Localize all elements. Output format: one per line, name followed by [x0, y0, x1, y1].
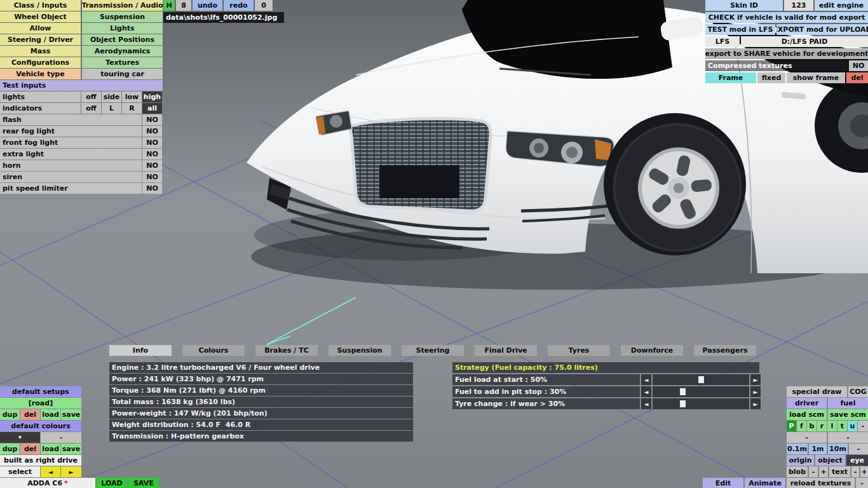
draw-flag-P[interactable]: P — [787, 421, 796, 431]
colour-dash-button[interactable]: - — [41, 432, 81, 443]
origin-button[interactable]: origin — [787, 455, 814, 466]
export-mod-button[interactable]: EXPORT mod for UPLOAD — [776, 24, 868, 35]
colour-dup-button[interactable]: dup — [0, 444, 20, 454]
draw-flag-f[interactable]: f — [797, 421, 806, 431]
skin-id-button[interactable]: Skin ID — [705, 0, 783, 11]
tyre-change-dec-button[interactable]: ◄ — [641, 398, 651, 409]
menu-mass[interactable]: Mass — [0, 46, 81, 57]
blob-plus-button[interactable]: + — [819, 466, 828, 477]
indicators-all-button[interactable]: all — [142, 103, 162, 114]
colour-load-button[interactable]: load — [41, 444, 60, 454]
cog-button[interactable]: COG — [848, 386, 868, 397]
select-button[interactable]: select — [0, 466, 40, 477]
flash-toggle[interactable]: NO — [142, 114, 162, 125]
menu-class-inputs[interactable]: Class / Inputs — [0, 0, 81, 11]
draw-flag-b[interactable]: b — [807, 421, 817, 431]
draw-flag-u[interactable]: u — [848, 421, 857, 431]
fuel-start-slider[interactable] — [653, 374, 749, 385]
colour-dot-button[interactable]: • — [0, 432, 40, 443]
scale-dash-button[interactable]: - — [849, 444, 868, 454]
scale-10m-button[interactable]: 10m — [828, 444, 848, 454]
lights-off-button[interactable]: off — [81, 92, 101, 102]
colour-del-button[interactable]: del — [20, 444, 40, 454]
frame-button[interactable]: Frame — [705, 72, 756, 83]
tab-info[interactable]: Info — [109, 345, 172, 356]
fuel-pit-slider[interactable] — [653, 386, 749, 397]
lfs-button[interactable]: LFS — [705, 36, 740, 47]
setup-name-button[interactable]: [road] — [0, 398, 81, 409]
fuel-start-dec-button[interactable]: ◄ — [641, 374, 651, 385]
edit-mode-button[interactable]: Edit — [703, 478, 743, 488]
tab-tyres[interactable]: Tyres — [548, 345, 610, 356]
animate-mode-button[interactable]: Animate — [745, 478, 785, 488]
tab-passengers[interactable]: Passengers — [694, 345, 756, 356]
slider-thumb[interactable] — [680, 388, 686, 395]
menu-steering-driver[interactable]: Steering / Driver — [0, 34, 81, 45]
draw-flag-l[interactable]: l — [827, 421, 837, 431]
indicators-left-button[interactable]: L — [102, 103, 121, 114]
slider-thumb[interactable] — [698, 376, 704, 383]
history-count[interactable]: 8 — [176, 0, 191, 11]
setup-load-button[interactable]: load — [41, 409, 60, 420]
menu-allow[interactable]: Allow — [0, 23, 81, 34]
setup-save-button[interactable]: save — [61, 409, 81, 420]
test-mod-button[interactable]: TEST mod in LFS — [705, 24, 775, 35]
tyre-change-slider[interactable] — [653, 398, 749, 409]
text-minus-button[interactable]: - — [851, 466, 859, 477]
select-prev-button[interactable]: ◄ — [41, 466, 60, 477]
front-fog-toggle[interactable]: NO — [142, 137, 162, 148]
lights-side-button[interactable]: side — [102, 92, 121, 102]
menu-object-positions[interactable]: Object Positions — [82, 34, 163, 45]
load-button[interactable]: LOAD — [97, 478, 127, 488]
slider-thumb[interactable] — [680, 400, 686, 407]
reload-textures-button[interactable]: reload textures — [787, 478, 855, 488]
select-next-button[interactable]: ► — [61, 466, 81, 477]
vehicle-type-value[interactable]: touring car — [82, 69, 163, 79]
menu-configurations[interactable]: Configurations — [0, 57, 81, 68]
save-scm-button[interactable]: save scm — [828, 409, 868, 420]
scale-1m-button[interactable]: 1m — [809, 444, 827, 454]
rear-fog-toggle[interactable]: NO — [142, 126, 162, 137]
compressed-textures-toggle[interactable]: NO — [849, 60, 868, 71]
indicators-right-button[interactable]: R — [122, 103, 142, 114]
br-dash-2-button[interactable]: - — [828, 432, 868, 443]
menu-lights[interactable]: Lights — [82, 23, 163, 34]
built-right-drive-toggle[interactable]: built as right drive — [0, 455, 81, 466]
vehicle-name-button[interactable]: ADDA C6* — [0, 478, 95, 488]
draw-flag-r[interactable]: r — [817, 421, 827, 431]
tab-final-drive[interactable]: Final Drive — [475, 345, 537, 356]
tab-steering[interactable]: Steering — [402, 345, 464, 356]
eye-button[interactable]: eye — [846, 455, 868, 466]
tab-brakes-tc[interactable]: Brakes / TC — [255, 345, 318, 356]
fuel-pit-inc-button[interactable]: ► — [750, 386, 761, 397]
share-export-button[interactable]: export to SHARE vehicle for development — [705, 48, 868, 59]
redo-button[interactable]: redo — [224, 0, 254, 11]
tyre-change-inc-button[interactable]: ► — [750, 398, 761, 409]
lfs-path-button[interactable]: D:/LFS PAID — [741, 36, 868, 47]
setup-del-button[interactable]: del — [20, 409, 40, 420]
menu-suspension[interactable]: Suspension — [82, 11, 163, 22]
reload-minus-button[interactable]: - — [856, 478, 868, 488]
setup-dup-button[interactable]: dup — [0, 409, 20, 420]
undo-button[interactable]: undo — [193, 0, 222, 11]
draw-flag-t[interactable]: t — [837, 421, 847, 431]
check-vehicle-button[interactable]: CHECK if vehicle is valid for mod export — [705, 12, 868, 23]
frame-del-button[interactable]: del — [846, 72, 868, 83]
scale-01m-button[interactable]: 0.1m — [787, 444, 808, 454]
menu-wheel-object[interactable]: Wheel Object — [0, 11, 81, 22]
lights-low-button[interactable]: low — [122, 92, 142, 102]
siren-toggle[interactable]: NO — [142, 172, 162, 182]
horn-toggle[interactable]: NO — [142, 160, 162, 171]
fuel-start-inc-button[interactable]: ► — [750, 374, 761, 385]
driver-button[interactable]: driver — [787, 398, 827, 409]
tab-downforce[interactable]: Downforce — [621, 345, 683, 356]
frame-fixed-button[interactable]: fixed — [757, 72, 785, 83]
blob-button[interactable]: blob — [787, 466, 808, 477]
special-draw-button[interactable]: special draw — [787, 386, 847, 397]
pit-limiter-toggle[interactable]: NO — [142, 183, 162, 194]
fuel-pit-dec-button[interactable]: ◄ — [641, 386, 651, 397]
tab-colours[interactable]: Colours — [182, 345, 245, 356]
extra-light-toggle[interactable]: NO — [142, 149, 162, 159]
colour-save-button[interactable]: save — [61, 444, 81, 454]
redo-count[interactable]: 0 — [255, 0, 273, 11]
